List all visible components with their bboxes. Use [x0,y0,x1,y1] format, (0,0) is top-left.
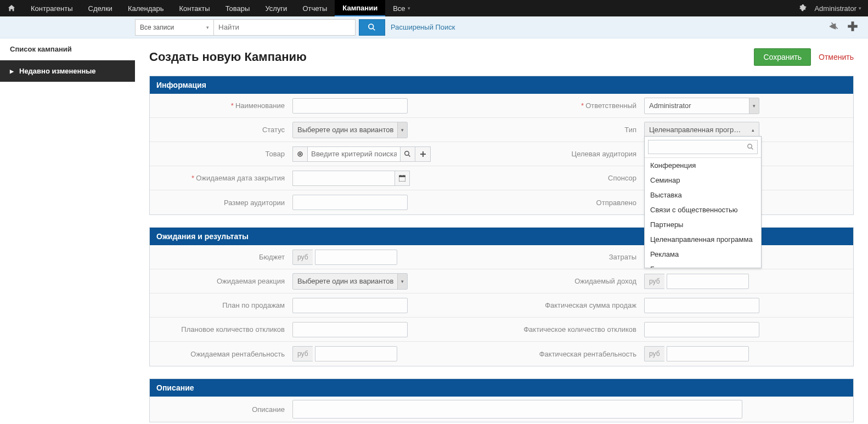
label-audience-size: Размер аудитории [224,199,285,207]
megaphone-icon[interactable] [830,21,839,33]
panel-description: Описание Описание [149,378,854,422]
panel-information-header: Информация [150,76,853,94]
top-nav: Контрагенты Сделки Календарь Контакты То… [0,0,868,16]
type-dropdown: Конференция Семинар Выставка Связи с общ… [644,136,762,268]
label-expected-roi: Ожидаемая рентабельность [190,350,285,358]
label-actual-roi: Фактическая рентабельность [539,350,636,358]
type-option-targeted[interactable]: Целенаправленная программа [645,232,761,247]
responsible-select[interactable]: Administrator▾ [644,98,759,114]
svg-rect-13 [399,176,405,177]
label-budget: Бюджет [259,253,285,261]
name-field[interactable] [292,98,408,114]
gear-icon[interactable] [799,4,807,13]
label-costs: Затраты [609,253,636,261]
cancel-button[interactable]: Отменить [819,53,854,61]
nav-reports[interactable]: Отчеты [295,0,335,16]
panel-description-header: Описание [150,379,853,397]
panel-information: Информация *Наименование *Ответственный … [149,76,854,215]
type-option-partners[interactable]: Партнеры [645,217,761,232]
currency-prefix: руб [644,274,664,289]
product-add-icon[interactable] [415,146,431,162]
currency-prefix: руб [644,346,664,361]
currency-prefix: руб [292,346,313,361]
home-icon[interactable] [0,0,23,16]
nav-services[interactable]: Услуги [257,0,295,16]
svg-point-8 [405,151,409,155]
chevron-right-icon: ▶ [10,69,14,74]
label-description: Описание [252,405,285,414]
label-target-audience: Целевая аудитория [572,150,636,158]
label-close-date: Ожидаемая дата закрытия [196,174,285,182]
page-title: Создать новую Кампанию [149,50,307,64]
nav-campaigns[interactable]: Кампании [335,0,385,16]
sidebar-item-campaign-list[interactable]: Список кампаний [0,38,135,60]
currency-prefix: руб [292,250,313,265]
nav-deals[interactable]: Сделки [81,0,120,16]
type-dropdown-search[interactable] [648,140,758,154]
product-field[interactable] [308,146,400,162]
actual-responses-field[interactable] [644,322,759,337]
nav-calendar[interactable]: Календарь [120,0,172,16]
planned-responses-field[interactable] [292,322,408,337]
label-actual-sales: Фактическая сумма продаж [545,301,636,309]
label-sent: Отправлено [596,199,636,207]
label-planned-responses: Плановое количество откликов [181,325,285,333]
type-option-conference[interactable]: Конференция [645,158,761,173]
plus-icon[interactable] [847,21,858,33]
label-product: Товар [266,150,285,158]
user-menu[interactable]: Administrator▾ [814,4,861,13]
search-scope-select[interactable]: Все записи▾ [135,19,214,36]
label-responsible: Ответственный [585,101,636,110]
label-status: Статус [262,126,285,134]
type-option-pr[interactable]: Связи с общественностью [645,202,761,217]
nav-products[interactable]: Товары [218,0,258,16]
search-button[interactable] [359,19,385,36]
sales-plan-field[interactable] [292,298,408,313]
actual-sales-field[interactable] [644,298,759,313]
expected-response-select[interactable]: Выберете один из вариантов▾ [292,273,408,290]
label-sales-plan: План по продажам [222,301,285,309]
product-search-icon[interactable] [400,146,415,162]
sidebar: Список кампаний ▶ Недавно измененные [0,38,135,424]
save-button[interactable]: Сохранить [754,48,811,66]
status-select[interactable]: Выберете один из вариантов▾ [292,122,408,138]
sidebar-item-recently-modified[interactable]: ▶ Недавно измененные [0,60,135,82]
svg-line-1 [373,28,375,30]
type-option-advertising[interactable]: Реклама [645,247,761,262]
search-bar: Все записи▾ Расширеный Поиск [0,16,868,38]
expected-revenue-field[interactable] [667,274,749,289]
label-name: Наименование [235,101,285,110]
main-content: Создать новую Кампанию Сохранить Отменит… [135,38,868,424]
svg-line-9 [409,155,410,156]
svg-rect-11 [420,154,426,155]
description-field[interactable] [292,400,742,419]
product-clear-icon[interactable] [292,146,308,162]
label-type: Тип [624,126,636,134]
close-date-field[interactable] [292,171,394,186]
label-expected-response: Ожидаемая реакция [217,277,285,285]
type-option-banners[interactable]: Баннеры [645,262,761,268]
nav-counterparties[interactable]: Контрагенты [23,0,81,16]
nav-all[interactable]: Все▾ [385,0,418,16]
search-input[interactable] [214,19,356,36]
advanced-search-link[interactable]: Расширеный Поиск [391,23,455,31]
nav-contacts[interactable]: Контакты [172,0,218,16]
budget-field[interactable] [315,250,397,265]
type-option-exhibition[interactable]: Выставка [645,188,761,202]
calendar-icon[interactable] [394,171,410,186]
svg-rect-4 [848,25,858,28]
expected-roi-field[interactable] [315,346,397,361]
label-actual-responses: Фактическое количество откликов [523,325,636,333]
audience-size-field[interactable] [292,195,408,210]
type-option-seminar[interactable]: Семинар [645,173,761,188]
label-sponsor: Спонсор [608,174,636,182]
actual-roi-field[interactable] [667,346,749,361]
svg-point-0 [369,24,374,29]
label-expected-revenue: Ожидаемый доход [574,277,636,285]
